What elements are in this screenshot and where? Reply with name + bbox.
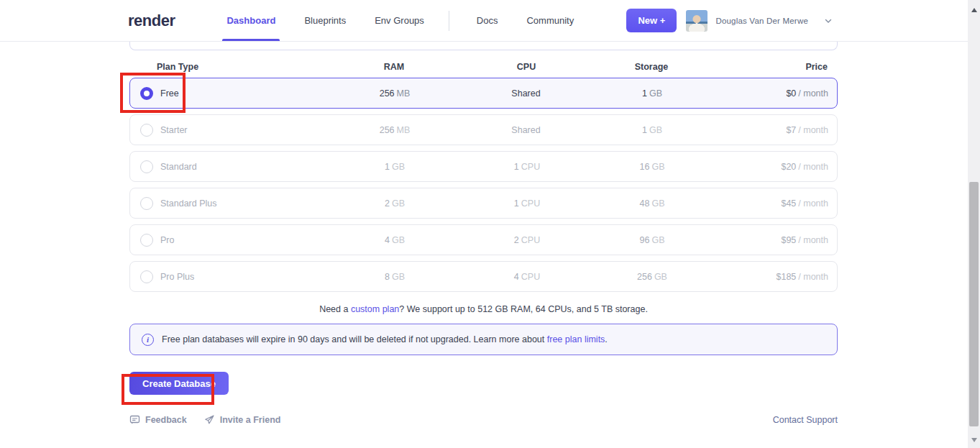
tab-blueprints[interactable]: Blueprints (300, 0, 350, 41)
radio-button[interactable] (140, 87, 153, 100)
plan-table-header: Plan Type RAM CPU Storage Price (129, 60, 838, 73)
cpu-cell: Shared (501, 125, 553, 135)
plan-row-pro-plus[interactable]: Pro Plus 8GB 4CPU 256GB $185/ month (129, 261, 838, 292)
price-cell: $95/ month (751, 235, 838, 245)
plan-name: Standard (160, 162, 197, 172)
primary-nav: Dashboard Blueprints Env Groups Docs Com… (212, 0, 588, 41)
nav-community-link[interactable]: Community (522, 0, 578, 41)
storage-cell: 1GB (553, 88, 751, 99)
scrollbar-up-arrow[interactable] (968, 4, 980, 16)
new-button[interactable]: New + (626, 9, 677, 32)
custom-plan-link[interactable]: custom plan (351, 304, 399, 314)
avatar[interactable] (686, 10, 707, 32)
cpu-cell: 1CPU (501, 162, 553, 172)
plan-table: Free 256MB Shared 1GB $0/ month Starter … (129, 78, 838, 292)
plan-row-pro[interactable]: Pro 4GB 2CPU 96GB $95/ month (129, 224, 838, 255)
plan-cell: Standard (130, 160, 288, 173)
scrollbar[interactable] (968, 0, 980, 448)
plan-name: Starter (160, 125, 188, 135)
contact-support-link[interactable]: Contact Support (773, 415, 838, 425)
tab-env-groups[interactable]: Env Groups (370, 0, 429, 41)
main-content: Plan Type RAM CPU Storage Price Free 256… (129, 42, 838, 425)
feedback-link[interactable]: Feedback (129, 414, 187, 425)
cpu-cell: 2CPU (501, 235, 553, 245)
nav-divider (449, 11, 449, 31)
plan-name: Pro (160, 235, 174, 245)
custom-plan-note: Need a custom plan? We support up to 512… (129, 304, 838, 315)
chevron-down-icon[interactable] (824, 17, 833, 25)
feedback-bubble-icon (129, 414, 140, 425)
column-header-price: Price (751, 62, 838, 72)
top-nav-bar: render Dashboard Blueprints Env Groups D… (0, 0, 980, 42)
free-plan-info-banner: i Free plan databases will expire in 90 … (129, 324, 838, 355)
price-cell: $185/ month (751, 272, 838, 282)
ram-cell: 4GB (288, 235, 501, 245)
price-cell: $45/ month (751, 198, 838, 209)
radio-button[interactable] (140, 234, 153, 247)
user-name: Douglas Van Der Merwe (715, 17, 808, 25)
storage-cell: 48GB (553, 198, 751, 209)
column-header-storage: Storage (552, 62, 751, 72)
scrolled-field-bottom[interactable] (129, 42, 838, 50)
banner-suffix: . (605, 334, 607, 344)
radio-button[interactable] (140, 270, 153, 283)
render-logo[interactable]: render (128, 12, 175, 30)
cpu-cell: Shared (501, 88, 553, 99)
ram-cell: 256MB (288, 125, 501, 135)
cpu-cell: 4CPU (501, 272, 553, 282)
custom-plan-suffix: ? We support up to 512 GB RAM, 64 CPUs, … (399, 304, 648, 314)
create-database-button[interactable]: Create Database (129, 372, 229, 395)
footer: Feedback Invite a Friend Contact Support (129, 414, 838, 425)
invite-friend-link[interactable]: Invite a Friend (204, 414, 281, 425)
paper-plane-icon (204, 414, 215, 425)
column-header-plan-type: Plan Type (129, 62, 288, 72)
radio-button[interactable] (140, 160, 153, 173)
plan-cell: Free (130, 87, 288, 100)
price-cell: $20/ month (751, 162, 838, 172)
plan-cell: Starter (130, 124, 288, 137)
plan-row-starter[interactable]: Starter 256MB Shared 1GB $7/ month (129, 114, 838, 145)
plan-name: Standard Plus (160, 198, 217, 209)
storage-cell: 256GB (553, 272, 751, 282)
radio-button[interactable] (140, 124, 153, 137)
plan-name: Pro Plus (160, 272, 194, 282)
ram-cell: 2GB (288, 198, 501, 209)
tab-dashboard[interactable]: Dashboard (222, 0, 280, 41)
ram-cell: 256MB (288, 88, 501, 99)
scrollbar-thumb[interactable] (969, 182, 979, 426)
nav-docs-link[interactable]: Docs (472, 0, 503, 41)
feedback-label: Feedback (145, 415, 187, 425)
plan-row-standard-plus[interactable]: Standard Plus 2GB 1CPU 48GB $45/ month (129, 188, 838, 219)
storage-cell: 16GB (553, 162, 751, 172)
free-plan-limits-link[interactable]: free plan limits (547, 334, 605, 344)
plan-cell: Pro Plus (130, 270, 288, 283)
ram-cell: 8GB (288, 272, 501, 282)
column-header-ram: RAM (288, 62, 500, 72)
storage-cell: 96GB (553, 235, 751, 245)
invite-friend-label: Invite a Friend (220, 415, 281, 425)
price-cell: $0/ month (751, 88, 838, 99)
plan-row-standard[interactable]: Standard 1GB 1CPU 16GB $20/ month (129, 151, 838, 182)
ram-cell: 1GB (288, 162, 501, 172)
banner-text: Free plan databases will expire in 90 da… (162, 334, 547, 344)
cpu-cell: 1CPU (501, 198, 553, 209)
plan-name: Free (160, 88, 179, 99)
storage-cell: 1GB (553, 125, 751, 135)
info-icon: i (142, 334, 154, 346)
price-cell: $7/ month (751, 125, 838, 135)
scrollbar-down-arrow[interactable] (968, 434, 980, 446)
column-header-cpu: CPU (500, 62, 552, 72)
user-menu[interactable]: Douglas Van Der Merwe (686, 10, 833, 32)
plan-cell: Pro (130, 234, 288, 247)
custom-plan-prefix: Need a (319, 304, 351, 314)
radio-button[interactable] (140, 197, 153, 210)
plan-row-free[interactable]: Free 256MB Shared 1GB $0/ month (129, 78, 838, 109)
plan-cell: Standard Plus (130, 197, 288, 210)
